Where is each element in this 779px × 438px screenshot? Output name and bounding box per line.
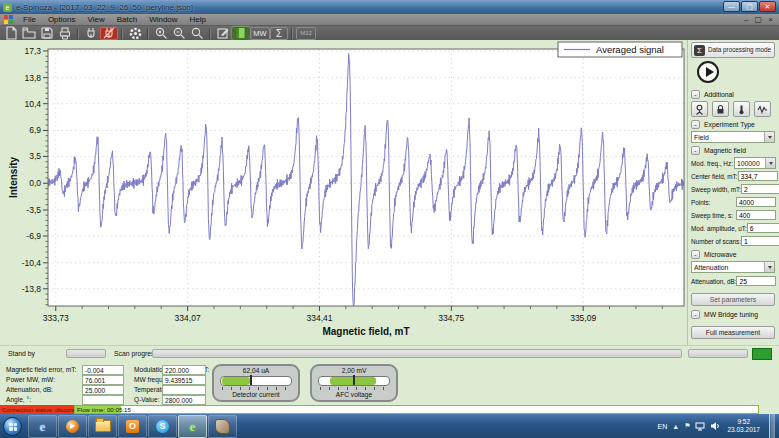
play-button[interactable]: [697, 61, 719, 83]
zoom-in-button[interactable]: [152, 27, 170, 40]
show-desktop-button[interactable]: [769, 414, 775, 438]
number-of-scans-input[interactable]: [741, 236, 779, 246]
center-field-input[interactable]: [738, 171, 778, 181]
microwave-collapse-toggle[interactable]: -: [691, 250, 700, 259]
slider-handle[interactable]: [250, 375, 252, 385]
action-center-flag-icon[interactable]: ⚑: [684, 422, 690, 430]
attenuation-db-input[interactable]: [736, 276, 776, 286]
taskbar-explorer-button[interactable]: [88, 415, 117, 438]
magnetic-field-collapse-toggle[interactable]: -: [691, 146, 700, 155]
ie-icon: e: [40, 420, 46, 433]
sweep-time-label: Sweep time, s:: [691, 212, 733, 219]
svg-text:0,0: 0,0: [29, 178, 41, 188]
taskbar-ie-button[interactable]: e: [28, 415, 57, 438]
workspace: 17,313,810,46,93,50,0-3,5-6,9-10,4-13,83…: [0, 40, 779, 345]
sample-stand-button[interactable]: [691, 101, 708, 117]
taskbar-skype-button[interactable]: S: [148, 415, 177, 438]
standby-progress-bar: [66, 349, 106, 358]
additional-collapse-toggle[interactable]: -: [691, 90, 700, 99]
taskbar-outlook-button[interactable]: O: [118, 415, 147, 438]
notebook-button[interactable]: [232, 27, 250, 40]
taskbar-app-button[interactable]: [208, 415, 237, 438]
menu-batch[interactable]: Batch: [111, 14, 143, 25]
open-folder-icon: [22, 26, 36, 40]
maximize-button[interactable]: ▢: [741, 1, 758, 12]
standby-label: Stand by: [8, 350, 35, 357]
zoom-reset-button[interactable]: [188, 27, 206, 40]
mod-amplitude-input[interactable]: [747, 223, 779, 233]
svg-text:Magnetic field, mT: Magnetic field, mT: [322, 326, 409, 337]
attenuation-mode-dropdown[interactable]: Attenuation: [691, 261, 775, 273]
menu-options[interactable]: Options: [42, 14, 82, 25]
edit-button[interactable]: [214, 27, 232, 40]
svg-text:335,09: 335,09: [570, 313, 596, 323]
lock-button[interactable]: [712, 101, 729, 117]
network-icon[interactable]: [695, 421, 705, 431]
sum-mode-button[interactable]: Σ: [270, 27, 288, 40]
menu-window[interactable]: Window: [143, 14, 183, 25]
zoom-out-button[interactable]: [170, 27, 188, 40]
mod-freq-value: 100000: [737, 160, 760, 167]
minimize-button[interactable]: —: [723, 1, 740, 12]
menu-file[interactable]: File: [17, 14, 42, 25]
slider-handle[interactable]: [353, 375, 355, 385]
mw-mode-button[interactable]: MW: [250, 27, 270, 40]
microwave-section-label: Microwave: [704, 251, 736, 258]
new-file-button[interactable]: [2, 27, 20, 40]
save-button[interactable]: [38, 27, 56, 40]
svg-text:3,5: 3,5: [29, 151, 41, 161]
detector-current-gauge: 62,04 uA Detector current: [212, 364, 300, 402]
connection-status: Connection status: disconnected: [0, 405, 74, 414]
afc-voltage-gauge: 2,00 mV AFC voltage: [310, 364, 398, 402]
espinoza-window: e e-Spinoza - [2017_03_22_9_26_50_peryli…: [0, 0, 779, 413]
close-button[interactable]: ✕: [759, 1, 776, 12]
start-button[interactable]: [3, 417, 22, 436]
q-value-label: Q-Value:: [134, 396, 160, 403]
full-measurement-button[interactable]: Full measurement: [691, 326, 775, 339]
mod-amplitude-label: Mod. amplitude, uT:: [691, 225, 747, 232]
experiment-type-collapse-toggle[interactable]: -: [691, 120, 700, 129]
angle-value: [82, 395, 124, 405]
lock-icon: [715, 104, 726, 115]
disconnect-button[interactable]: [100, 27, 118, 40]
data-processing-mode-button[interactable]: Σ Data processing mode: [691, 42, 775, 58]
flow-time-bar: Flow time: 00:05:15: [74, 405, 759, 414]
tune-progress-bar: [688, 349, 748, 358]
print-button[interactable]: [56, 27, 74, 40]
menu-view[interactable]: View: [81, 14, 110, 25]
signal-button[interactable]: [754, 101, 771, 117]
sweep-width-input[interactable]: [741, 184, 779, 194]
connect-button[interactable]: [82, 27, 100, 40]
mod-freq-dropdown[interactable]: 100000: [734, 157, 776, 169]
detector-current-label: Detector current: [218, 391, 294, 398]
set-parameters-button[interactable]: Set parameters: [691, 293, 775, 306]
language-indicator[interactable]: EN: [658, 423, 668, 430]
points-input[interactable]: [736, 197, 776, 207]
mdi-window-controls[interactable]: – ▢ ×: [744, 14, 775, 25]
speaker-icon[interactable]: [710, 421, 720, 431]
detector-current-slider[interactable]: [220, 376, 292, 386]
sweep-time-input[interactable]: [736, 210, 776, 220]
tray-expand-icon[interactable]: ▲: [672, 423, 679, 430]
taskbar-media-player-button[interactable]: [58, 415, 87, 438]
menu-help[interactable]: Help: [184, 14, 212, 25]
spectrum-chart[interactable]: 17,313,810,46,93,50,0-3,5-6,9-10,4-13,83…: [6, 41, 686, 341]
svg-text:-13,8: -13,8: [22, 284, 42, 294]
sweep-width-label: Sweep width, mT:: [691, 186, 741, 193]
settings-button[interactable]: [126, 27, 144, 40]
taskbar-clock[interactable]: 9:52 23.03.2017: [727, 418, 760, 434]
afc-voltage-label: AFC voltage: [316, 391, 392, 398]
m12-button[interactable]: M12: [296, 27, 316, 40]
open-file-button[interactable]: [20, 27, 38, 40]
parameters-readout: Magnetic field error, mT: Power MW, mW: …: [0, 361, 779, 405]
taskbar-espinoza-button[interactable]: e: [178, 415, 207, 438]
experiment-type-dropdown[interactable]: Field: [691, 131, 775, 143]
temperature-button[interactable]: [733, 101, 750, 117]
chevron-down-icon: [764, 262, 774, 272]
mw-bridge-collapse-toggle[interactable]: -: [691, 310, 700, 319]
svg-text:13,8: 13,8: [24, 73, 41, 83]
skype-icon: S: [156, 420, 169, 433]
angle-label: Angle, °:: [6, 396, 31, 403]
afc-voltage-slider[interactable]: [318, 376, 390, 386]
number-of-scans-label: Number of scans:: [691, 238, 741, 245]
